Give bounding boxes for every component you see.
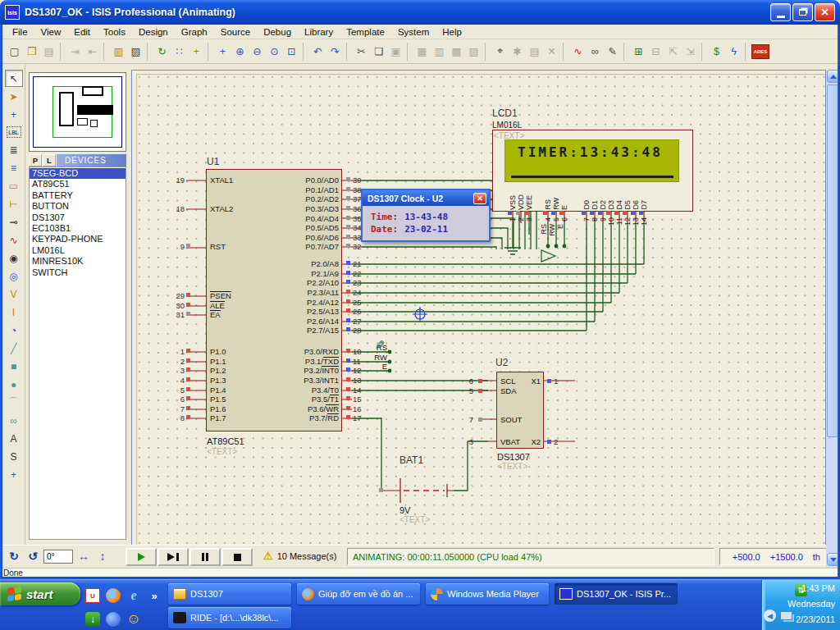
mode-button[interactable]: ◉ bbox=[5, 249, 23, 267]
toolbar-button[interactable]: ⊞ bbox=[630, 43, 647, 60]
toolbar-button[interactable]: ▥ bbox=[431, 43, 448, 60]
device-item[interactable]: MINRES10K bbox=[30, 256, 126, 267]
flip-horizontal-button[interactable]: ↔ bbox=[75, 548, 92, 564]
toolbar-button[interactable]: ↶ bbox=[309, 43, 326, 60]
toolbar-button[interactable]: ▦ bbox=[413, 43, 431, 60]
menu-item[interactable]: Debug bbox=[257, 26, 298, 38]
menu-item[interactable]: Template bbox=[340, 26, 391, 38]
device-item[interactable]: KEYPAD-PHONE bbox=[30, 234, 126, 244]
toolbar-button[interactable]: ▤ bbox=[40, 43, 57, 60]
toolbar-button[interactable]: + bbox=[214, 43, 231, 60]
menu-item[interactable]: System bbox=[391, 26, 436, 38]
task-button[interactable]: DS1307 bbox=[168, 583, 291, 605]
device-item[interactable]: AT89C51 bbox=[30, 179, 126, 189]
toolbar-button[interactable] bbox=[303, 43, 307, 61]
rotation-angle-input[interactable] bbox=[43, 550, 73, 564]
menu-item[interactable]: Help bbox=[436, 26, 468, 38]
start-button[interactable]: start bbox=[0, 582, 80, 605]
mode-button[interactable]: ▭ bbox=[5, 177, 23, 194]
device-item[interactable]: BATTERY bbox=[30, 190, 126, 201]
toolbar-button[interactable] bbox=[745, 43, 749, 61]
toolbar-button[interactable]: ⇤ bbox=[84, 43, 101, 60]
toolbar-button[interactable]: ⊟ bbox=[647, 43, 664, 60]
toolbar-button[interactable]: ⊕ bbox=[231, 43, 249, 60]
mode-button[interactable]: + bbox=[5, 466, 23, 483]
menu-item[interactable]: Graph bbox=[175, 26, 214, 38]
pick-devices-button[interactable]: P bbox=[29, 154, 42, 167]
mode-button[interactable]: ➤ bbox=[5, 88, 23, 105]
toolbar-button[interactable]: ∞ bbox=[587, 43, 604, 60]
toolbar-button[interactable]: ϟ bbox=[725, 43, 742, 60]
toolbar-button[interactable]: ∿ bbox=[569, 43, 587, 60]
toolbar-button[interactable]: ⇱ bbox=[664, 43, 682, 60]
toolbar-button[interactable] bbox=[485, 43, 489, 61]
toolbar-button[interactable]: ⊡ bbox=[283, 43, 300, 60]
quick-launch-icon[interactable]: » bbox=[147, 588, 162, 603]
toolbar-button[interactable] bbox=[346, 43, 350, 61]
quick-launch-icon[interactable]: e bbox=[126, 588, 141, 603]
popup-title-bar[interactable]: DS1307 Clock - U2 ✕ bbox=[363, 190, 489, 206]
toolbar-button[interactable]: ⌖ bbox=[491, 43, 509, 60]
mode-button[interactable]: ⌒ bbox=[5, 394, 23, 411]
menu-item[interactable]: Design bbox=[132, 26, 175, 38]
menu-item[interactable]: Edit bbox=[67, 26, 97, 38]
toolbar-button[interactable]: ✂ bbox=[353, 43, 370, 60]
mode-button[interactable]: ● bbox=[5, 376, 23, 393]
device-item[interactable]: LM016L bbox=[30, 245, 126, 256]
mode-button[interactable]: + bbox=[5, 106, 23, 123]
toolbar-button[interactable] bbox=[563, 43, 567, 61]
toolbar-button[interactable]: ✕ bbox=[543, 43, 560, 60]
quick-launch-icon[interactable] bbox=[106, 612, 121, 627]
mode-button[interactable]: I bbox=[5, 304, 23, 321]
mode-button[interactable]: ■ bbox=[5, 358, 23, 375]
minimize-button[interactable] bbox=[770, 3, 791, 21]
toolbar-button[interactable]: $ bbox=[708, 43, 725, 60]
step-button[interactable] bbox=[158, 548, 189, 566]
device-item[interactable]: BUTTON bbox=[30, 201, 126, 212]
mode-button[interactable]: ◔ bbox=[5, 322, 23, 339]
ds1307-clock-popup[interactable]: DS1307 Clock - U2 ✕ Time:13-43-48 Date:2… bbox=[361, 189, 491, 242]
toolbar-button[interactable] bbox=[208, 43, 212, 61]
toolbar-button[interactable]: ▧ bbox=[127, 43, 144, 60]
toolbar-button[interactable]: ✎ bbox=[604, 43, 621, 60]
popup-close-button[interactable]: ✕ bbox=[473, 193, 486, 204]
toolbar-button[interactable]: + bbox=[188, 43, 205, 60]
restore-button[interactable] bbox=[792, 3, 813, 21]
rotate-ccw-button[interactable]: ↺ bbox=[25, 548, 41, 564]
menu-item[interactable]: Source bbox=[214, 26, 257, 38]
toolbar-button[interactable]: ▢ bbox=[6, 43, 23, 60]
device-item[interactable]: EC103B1 bbox=[30, 223, 126, 234]
task-button[interactable]: DS1307_OK - ISIS Pr... bbox=[555, 583, 678, 605]
device-item[interactable]: DS1307 bbox=[30, 212, 126, 223]
mode-button[interactable]: ╱ bbox=[5, 340, 23, 357]
menu-item[interactable]: Tools bbox=[97, 26, 132, 38]
quick-launch-icon[interactable] bbox=[106, 588, 121, 603]
toolbar-button[interactable] bbox=[623, 43, 628, 61]
menu-item[interactable]: View bbox=[34, 26, 68, 38]
network-tray-icon[interactable] bbox=[780, 611, 792, 620]
overview-window[interactable] bbox=[29, 72, 126, 152]
clock-time[interactable]: 1:43 PM bbox=[801, 583, 835, 593]
quick-launch-icon[interactable]: ↓ bbox=[85, 612, 100, 627]
toolbar-button[interactable]: ❒ bbox=[23, 43, 40, 60]
mode-button[interactable]: ∞ bbox=[5, 412, 23, 429]
tray-expand-icon[interactable]: ◀ bbox=[764, 609, 776, 622]
mode-button[interactable]: ∿ bbox=[5, 231, 23, 249]
toolbar-button[interactable]: ▣ bbox=[387, 43, 404, 60]
mode-button[interactable]: LBL bbox=[7, 126, 21, 138]
toolbar-button[interactable]: ⊙ bbox=[266, 43, 283, 60]
toolbar-button[interactable]: ∷ bbox=[171, 43, 188, 60]
mode-button[interactable]: ≣ bbox=[5, 141, 23, 158]
pause-button[interactable] bbox=[189, 548, 221, 566]
close-button[interactable]: ✕ bbox=[815, 3, 835, 21]
toolbar-button[interactable]: ⇲ bbox=[682, 43, 699, 60]
menu-item[interactable]: File bbox=[6, 26, 34, 38]
toolbar-button[interactable]: ▤ bbox=[526, 43, 543, 60]
mode-button[interactable]: ⊸ bbox=[5, 213, 23, 231]
rotate-cw-button[interactable]: ↻ bbox=[6, 548, 22, 564]
toolbar-button[interactable]: ▨ bbox=[465, 43, 482, 60]
toolbar-button[interactable] bbox=[407, 43, 411, 61]
quick-launch-icon[interactable]: ☺ bbox=[126, 612, 141, 627]
toolbar-button[interactable]: ▥ bbox=[110, 43, 127, 60]
toolbar-button[interactable] bbox=[103, 43, 107, 61]
